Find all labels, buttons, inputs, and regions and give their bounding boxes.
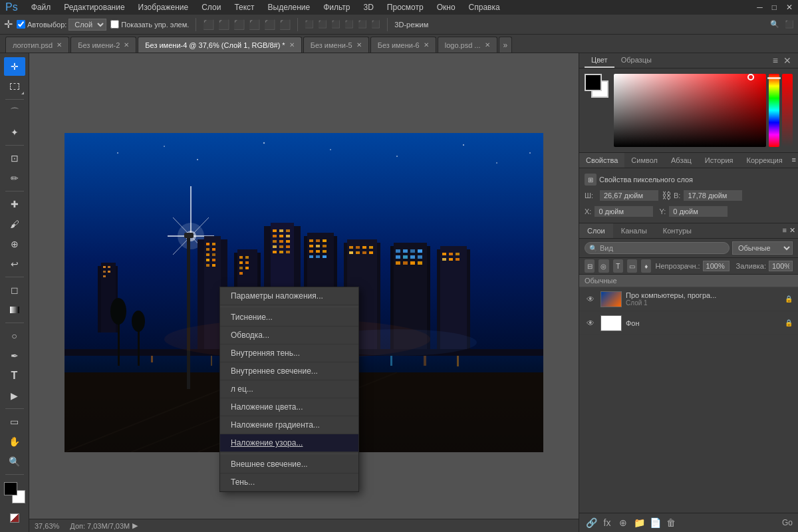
show-elements-checkbox[interactable] (110, 20, 119, 29)
search-icon[interactable]: 🔍 (770, 20, 779, 29)
new-group-btn[interactable]: 📁 (632, 516, 646, 529)
shape-tool[interactable]: ▭ (4, 412, 25, 431)
tab-close-logo[interactable]: ✕ (485, 41, 490, 49)
menu-text[interactable]: Текст (231, 1, 257, 13)
align-center-h-icon[interactable]: ⬛ (218, 19, 229, 30)
distribute-top-icon[interactable]: ⬛ (358, 20, 367, 29)
tab-logotip[interactable]: логотип.psd ✕ (5, 37, 69, 53)
autoselect-dropdown[interactable]: Слой (68, 19, 106, 31)
swatches-tab[interactable]: Образцы (614, 53, 658, 68)
dodge-tool[interactable]: ○ (4, 327, 25, 345)
ctx-outer-glow[interactable]: Внешнее свечение... (220, 456, 358, 473)
maximize-btn[interactable]: □ (769, 1, 779, 13)
properties-panel-menu[interactable]: ≡ (792, 156, 796, 165)
move-tool[interactable]: ✛ (4, 57, 25, 76)
fg-bg-swatches[interactable] (585, 74, 608, 98)
eyedropper-tool[interactable]: ✏ (4, 169, 25, 188)
close-btn[interactable]: ✕ (783, 1, 795, 13)
ctx-color-overlay[interactable]: Наложение цвета... (220, 398, 358, 416)
new-layer-btn[interactable]: 📄 (648, 516, 662, 529)
tab-history[interactable]: История (698, 153, 740, 168)
color-gradient[interactable] (614, 74, 766, 147)
brush-tool[interactable]: 🖌 (4, 215, 25, 233)
move-tool-icon[interactable]: ✛ (4, 18, 13, 31)
ctx-gradient-overlay[interactable]: Наложение градиента... (220, 416, 358, 434)
tab-bezimeni5[interactable]: Без имени-5 ✕ (303, 37, 369, 53)
menu-window[interactable]: Окно (434, 1, 458, 13)
fg-color-swatch[interactable] (4, 482, 17, 495)
menu-file[interactable]: Файл (29, 1, 54, 13)
height-field[interactable] (683, 190, 743, 201)
menu-layers[interactable]: Слои (199, 1, 223, 13)
distribute-left-icon[interactable]: ⬛ (331, 20, 340, 29)
pen-tool[interactable]: ✒ (4, 346, 25, 365)
foreground-color[interactable] (585, 74, 602, 91)
menu-filter[interactable]: Фильтр (321, 1, 352, 13)
quick-mask-tool[interactable] (4, 509, 25, 527)
tab-close-bezimeni6[interactable]: ✕ (424, 41, 429, 49)
distribute-right-icon[interactable]: ⬛ (344, 20, 354, 29)
tab-logo[interactable]: logo.psd ... ✕ (438, 37, 497, 53)
text-tool[interactable]: T (4, 366, 25, 385)
gradient-tool[interactable] (4, 301, 25, 319)
ctx-inner-shadow[interactable]: Внутренняя тень... (220, 344, 358, 362)
panel-menu-btn[interactable]: ≡ (771, 54, 779, 67)
ctx-pattern-overlay[interactable]: Наложение узора... (220, 434, 358, 452)
fill-field[interactable] (769, 261, 793, 271)
hand-tool[interactable]: ✋ (4, 432, 25, 451)
distribute-v-icon[interactable]: ⬛ (318, 20, 327, 29)
tab-close-bezimeni4[interactable]: ✕ (289, 41, 295, 49)
tab-layers[interactable]: Слои (579, 223, 613, 238)
filter-kind[interactable]: ⊟ (585, 259, 595, 273)
delete-layer-btn[interactable]: 🗑 (664, 516, 678, 529)
ctx-bevel[interactable]: Тиснение... (220, 309, 358, 327)
layers-footer-go[interactable]: Go (782, 518, 793, 527)
filter-type[interactable]: T (613, 259, 623, 273)
tab-close-bezimeni5[interactable]: ✕ (356, 41, 362, 49)
color-tab[interactable]: Цвет (585, 53, 614, 68)
canvas-area[interactable]: WAMOTVE 37,63% Доп: 7,03M/7,03M ▶ Параме… (29, 53, 579, 532)
chain-icon[interactable]: ⛓ (662, 190, 671, 201)
add-style-btn[interactable]: fx (600, 516, 614, 529)
autoselect-checkbox[interactable] (17, 20, 25, 29)
width-field[interactable] (599, 190, 659, 201)
tab-close-logotip[interactable]: ✕ (57, 41, 62, 49)
tab-properties[interactable]: Свойства (579, 153, 624, 168)
layer-vis-1[interactable]: 👁 (585, 293, 597, 305)
align-right-icon[interactable]: ⬛ (233, 19, 245, 30)
align-top-icon[interactable]: ⬛ (249, 19, 260, 30)
doc-arrow[interactable]: ▶ (132, 521, 138, 530)
align-left-icon[interactable]: ⬛ (203, 19, 214, 30)
ctx-inner-glow[interactable]: Внутреннее свечение... (220, 362, 358, 380)
marquee-tool[interactable] (4, 77, 25, 96)
tab-bezimeni6[interactable]: Без имени-6 ✕ (370, 37, 436, 53)
layer-item-bg[interactable]: 👁 Фон 🔒 (579, 311, 798, 335)
menu-view[interactable]: Просмотр (384, 1, 426, 13)
ctx-stroke[interactable]: Обводка... (220, 327, 358, 344)
history-brush-tool[interactable]: ↩ (4, 255, 25, 273)
y-field[interactable] (668, 205, 728, 217)
ctx-drop-shadow[interactable]: Тень... (220, 473, 358, 491)
tab-symbol[interactable]: Символ (624, 153, 664, 168)
menu-edit[interactable]: Редактирование (61, 1, 127, 13)
panel-close-btn[interactable]: ✕ (782, 54, 793, 67)
blend-mode-select[interactable]: Обычные (732, 241, 793, 255)
gradient-indicator[interactable] (747, 74, 754, 80)
magic-wand-tool[interactable]: ✦ (4, 123, 25, 142)
tab-paths[interactable]: Контуры (655, 223, 700, 238)
panel-toggle-icon[interactable]: ⬛ (785, 20, 794, 29)
add-mask-btn[interactable]: ⊕ (616, 516, 630, 529)
tab-bezimeni2[interactable]: Без имени-2 ✕ (70, 37, 136, 53)
zoom-tool[interactable]: 🔍 (4, 452, 25, 471)
ctx-blend-options[interactable]: Параметры наложения... (220, 287, 358, 305)
eraser-tool[interactable]: ◻ (4, 281, 25, 299)
distribute-h-icon[interactable]: ⬛ (305, 20, 314, 29)
align-bottom-icon[interactable]: ⬛ (279, 19, 291, 30)
clone-stamp-tool[interactable]: ⊕ (4, 235, 25, 253)
filter-shape[interactable]: ▭ (627, 259, 637, 273)
layers-close-btn[interactable]: ✕ (789, 226, 795, 235)
path-select-tool[interactable]: ▶ (4, 386, 25, 405)
ctx-satin[interactable]: л ец... (220, 380, 358, 398)
tab-bezimeni4[interactable]: Без имени-4 @ 37,6% (Слой 1, RGB/8#) * ✕ (138, 37, 301, 53)
align-center-v-icon[interactable]: ⬛ (264, 19, 275, 30)
